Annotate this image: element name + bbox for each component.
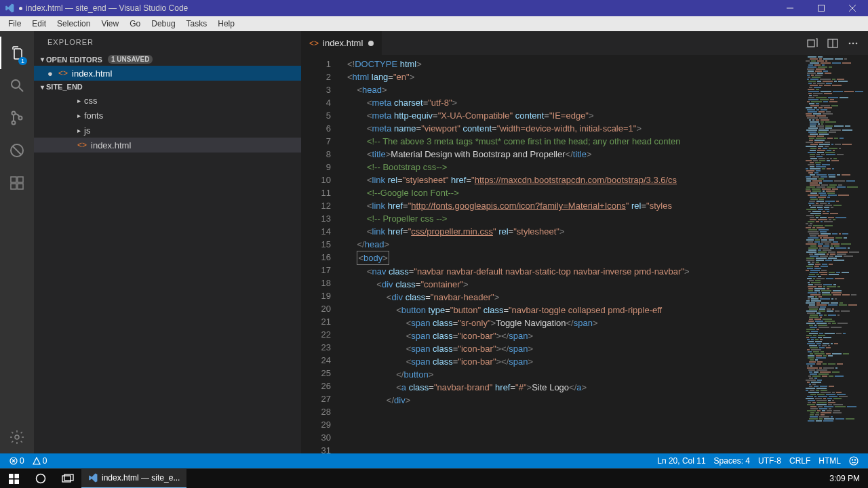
- workspace-header[interactable]: ▾ SITE_END: [34, 81, 301, 93]
- svg-point-27: [854, 460, 855, 460]
- menubar: FileEditSelectionViewGoDebugTasksHelp: [0, 16, 868, 31]
- minimize-button[interactable]: [774, 0, 806, 16]
- svg-rect-29: [14, 474, 19, 479]
- html-file-icon: <>: [309, 39, 319, 48]
- chevron-down-icon: ▾: [38, 83, 46, 91]
- unsaved-dot-icon: [19, 7, 22, 10]
- start-button[interactable]: [0, 469, 27, 489]
- tab-modified-dot-icon[interactable]: [368, 41, 374, 46]
- svg-point-21: [856, 42, 858, 44]
- svg-rect-12: [11, 184, 16, 189]
- svg-rect-16: [808, 40, 814, 47]
- svg-line-5: [19, 87, 23, 92]
- windows-taskbar: index.html — site_e... 3:09 PM: [0, 468, 868, 488]
- tab-filename: index.html: [323, 38, 363, 48]
- menu-debug[interactable]: Debug: [146, 17, 180, 30]
- svg-point-20: [852, 42, 854, 44]
- svg-rect-34: [64, 474, 73, 481]
- svg-point-4: [12, 80, 20, 88]
- activity-bar: 1: [0, 31, 34, 453]
- cortana-icon[interactable]: [27, 469, 54, 489]
- svg-rect-28: [9, 474, 14, 479]
- status-errors[interactable]: 0: [5, 456, 28, 466]
- window-titlebar: index.html — site_end — Visual Studio Co…: [0, 0, 868, 16]
- search-icon[interactable]: [0, 69, 34, 102]
- modified-dot-icon: ●: [47, 68, 53, 79]
- svg-point-7: [12, 121, 16, 125]
- more-actions-icon[interactable]: [848, 38, 859, 49]
- tab-bar: <> index.html: [301, 31, 868, 55]
- svg-rect-30: [9, 479, 14, 484]
- vscode-icon: [4, 3, 15, 14]
- svg-point-19: [849, 42, 851, 44]
- html-file-icon: <>: [77, 140, 87, 150]
- status-bar: 0 0 Ln 20, Col 11 Spaces: 4 UTF-8 CRLF H…: [0, 453, 868, 468]
- open-editor-filename: index.html: [72, 68, 112, 79]
- taskbar-app-vscode[interactable]: index.html — site_e...: [81, 469, 186, 489]
- compare-changes-icon[interactable]: [807, 38, 818, 49]
- unsaved-badge: 1 UNSAVED: [108, 55, 153, 64]
- taskbar-app-label: index.html — site_e...: [102, 473, 180, 483]
- chevron-right-icon: ▸: [75, 112, 83, 119]
- status-eol[interactable]: CRLF: [785, 456, 814, 466]
- svg-line-10: [13, 146, 21, 155]
- extensions-icon[interactable]: [0, 167, 34, 199]
- menu-file[interactable]: File: [3, 17, 26, 30]
- menu-help[interactable]: Help: [212, 17, 240, 30]
- chevron-down-icon: ▾: [38, 56, 46, 63]
- svg-rect-14: [18, 177, 23, 182]
- svg-rect-1: [818, 5, 825, 12]
- source-control-icon[interactable]: [0, 102, 34, 134]
- status-feedback-icon[interactable]: [845, 456, 863, 466]
- svg-point-8: [19, 117, 22, 120]
- explorer-badge: 1: [18, 57, 27, 65]
- chevron-right-icon: ▸: [75, 127, 83, 134]
- folder-js[interactable]: ▸js: [34, 123, 301, 138]
- open-editors-label: OPEN EDITORS: [46, 56, 102, 64]
- chevron-right-icon: ▸: [75, 97, 83, 104]
- status-warnings[interactable]: 0: [28, 456, 52, 466]
- settings-gear-icon[interactable]: [0, 421, 34, 453]
- status-cursor-position[interactable]: Ln 20, Col 11: [653, 456, 709, 466]
- editor-tab[interactable]: <> index.html: [301, 31, 382, 55]
- svg-rect-11: [11, 177, 16, 182]
- status-language[interactable]: HTML: [814, 456, 845, 466]
- html-file-icon: <>: [58, 68, 68, 78]
- folder-fonts[interactable]: ▸fonts: [34, 108, 301, 123]
- line-number-gutter: 1234567891011121314151617181920212223242…: [301, 55, 342, 453]
- svg-rect-31: [14, 479, 19, 484]
- file-index.html[interactable]: <>index.html: [34, 138, 301, 152]
- svg-point-25: [850, 457, 858, 465]
- explorer-icon[interactable]: 1: [0, 37, 34, 69]
- svg-rect-33: [62, 476, 71, 482]
- workspace-label: SITE_END: [46, 83, 83, 91]
- taskbar-clock[interactable]: 3:09 PM: [821, 474, 868, 483]
- svg-rect-13: [18, 184, 23, 189]
- status-encoding[interactable]: UTF-8: [754, 456, 785, 466]
- status-indentation[interactable]: Spaces: 4: [710, 456, 754, 466]
- close-button[interactable]: [837, 0, 868, 16]
- svg-point-26: [852, 460, 852, 460]
- menu-view[interactable]: View: [96, 17, 124, 30]
- svg-point-15: [15, 435, 19, 439]
- folder-css[interactable]: ▸css: [34, 93, 301, 108]
- minimap[interactable]: [803, 55, 868, 453]
- split-editor-icon[interactable]: [827, 38, 838, 49]
- window-title: index.html — site_end — Visual Studio Co…: [26, 3, 188, 13]
- editor-area: <> index.html 12345678910111213141516171…: [301, 31, 868, 453]
- svg-point-6: [12, 112, 16, 115]
- task-view-icon[interactable]: [54, 469, 81, 489]
- menu-selection[interactable]: Selection: [52, 17, 96, 30]
- menu-tasks[interactable]: Tasks: [181, 17, 213, 30]
- code-content[interactable]: <!DOCTYPE html><html lang="en"> <head> <…: [342, 55, 803, 453]
- maximize-button[interactable]: [806, 0, 837, 16]
- debug-icon[interactable]: [0, 134, 34, 167]
- sidebar-title: EXPLORER: [34, 31, 301, 53]
- menu-edit[interactable]: Edit: [26, 17, 52, 30]
- open-editor-item[interactable]: ● <> index.html: [34, 66, 301, 81]
- svg-point-32: [37, 474, 45, 483]
- menu-go[interactable]: Go: [124, 17, 146, 30]
- editor-body[interactable]: 1234567891011121314151617181920212223242…: [301, 55, 868, 453]
- open-editors-header[interactable]: ▾ OPEN EDITORS 1 UNSAVED: [34, 53, 301, 66]
- sidebar-explorer: EXPLORER ▾ OPEN EDITORS 1 UNSAVED ● <> i…: [34, 31, 301, 453]
